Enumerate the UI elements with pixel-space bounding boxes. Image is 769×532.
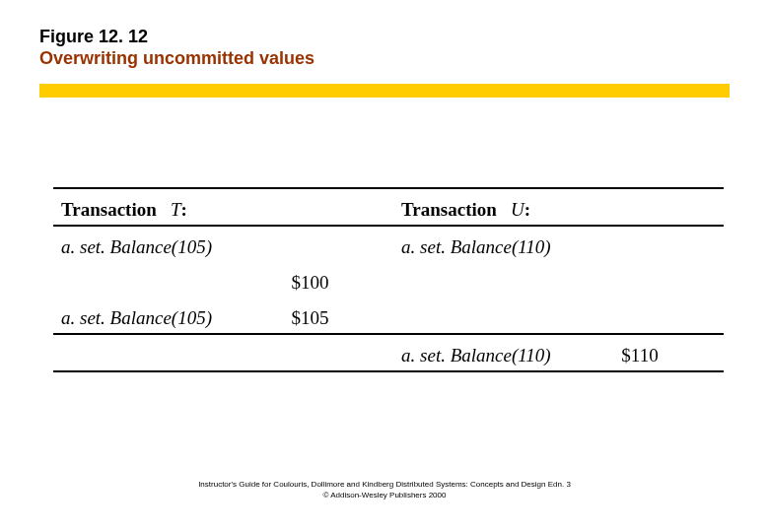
cell-u-op-2: a. set. Balance(110) [393, 334, 613, 371]
cell-empty [393, 298, 613, 334]
header-t-spacer [162, 199, 172, 220]
header-u-var: U [511, 199, 524, 220]
header-t-label: Transaction [61, 199, 157, 220]
table-row: a. set. Balance(105) $105 [53, 298, 724, 334]
footer-line-1: Instructor's Guide for Coulouris, Dollim… [0, 479, 769, 490]
transactions-table: Transaction T: Transaction U: a. set. Ba… [53, 187, 724, 372]
header-transaction-t: Transaction T: [53, 188, 283, 226]
header-u-label: Transaction [401, 199, 497, 220]
slide: Figure 12. 12 Overwriting uncommitted va… [0, 0, 769, 532]
cell-u-op-1: a. set. Balance(110) [393, 226, 613, 262]
cell-empty [53, 334, 283, 371]
cell-empty [53, 262, 283, 298]
cell-empty [283, 334, 393, 371]
cell-t-op-2: a. set. Balance(105) [53, 298, 283, 334]
table-row: a. set. Balance(105) a. set. Balance(110… [53, 226, 724, 262]
cell-empty [613, 298, 724, 334]
cell-value-105: $105 [283, 298, 393, 334]
cell-empty [613, 226, 724, 262]
table-row: a. set. Balance(110) $110 [53, 334, 724, 371]
header-empty-2 [613, 188, 724, 226]
header-u-colon: : [524, 199, 530, 220]
accent-bar [39, 84, 730, 98]
slide-footer: Instructor's Guide for Coulouris, Dollim… [0, 479, 769, 500]
header-transaction-u: Transaction U: [393, 188, 613, 226]
table-header-row: Transaction T: Transaction U: [53, 188, 724, 226]
title-line-1: Figure 12. 12 [39, 26, 315, 47]
header-u-spacer [502, 199, 512, 220]
cell-t-op-1: a. set. Balance(105) [53, 226, 283, 262]
cell-value-110: $110 [613, 334, 724, 371]
header-empty-1 [283, 188, 393, 226]
footer-line-2: © Addison-Wesley Publishers 2000 [0, 490, 769, 500]
cell-empty [283, 226, 393, 262]
cell-empty [393, 262, 613, 298]
title-line-2: Overwriting uncommitted values [39, 47, 315, 69]
header-t-colon: : [181, 199, 187, 220]
cell-value-100: $100 [283, 262, 393, 298]
table-row: $100 [53, 262, 724, 298]
header-t-var: T [171, 199, 181, 220]
figure-title: Figure 12. 12 Overwriting uncommitted va… [39, 26, 315, 69]
cell-empty [613, 262, 724, 298]
